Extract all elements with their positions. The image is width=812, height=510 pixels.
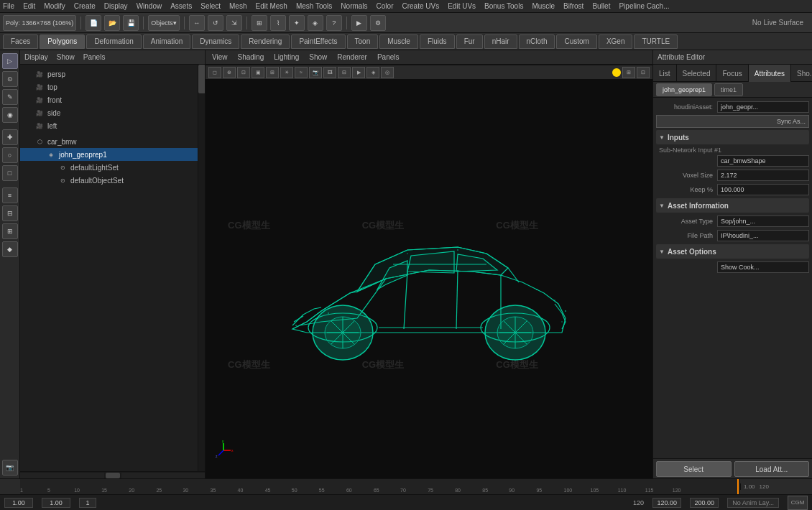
menu-select[interactable]: Select — [200, 2, 221, 10]
scene-menu-show[interactable]: Show — [57, 53, 75, 61]
tab-nhair[interactable]: nHair — [484, 34, 517, 49]
menu-edit[interactable]: Edit — [23, 2, 35, 10]
new-scene-btn[interactable]: 📄 — [86, 15, 101, 31]
top-menu-bar[interactable]: File Edit Modify Create Display Window A… — [0, 0, 812, 13]
snap-surface-btn[interactable]: ◈ — [308, 15, 323, 31]
tree-item-top[interactable]: 🎥 top — [20, 80, 198, 93]
box-tool-btn[interactable]: □ — [2, 165, 18, 181]
sculpt-tool-btn[interactable]: ◉ — [2, 107, 18, 123]
menu-window[interactable]: Window — [137, 2, 162, 10]
vp-texture-btn[interactable]: ⊞ — [266, 67, 279, 78]
load-attr-button[interactable]: Load Att... — [734, 461, 810, 477]
vp-color-btn[interactable] — [612, 68, 621, 77]
scene-menu-panels[interactable]: Panels — [83, 53, 106, 61]
tree-item-car-bmw[interactable]: ⬡ car_bmw — [20, 135, 198, 148]
vp-light-btn[interactable]: ☀ — [280, 67, 293, 78]
tree-item-persp[interactable]: 🎥 persp — [20, 68, 198, 80]
key-btn[interactable]: ◆ — [2, 241, 18, 257]
tab-animation[interactable]: Animation — [143, 34, 190, 49]
tab-fluids[interactable]: Fluids — [420, 34, 455, 49]
snap-curve-btn[interactable]: ⌇ — [270, 15, 286, 31]
rotate-btn[interactable]: ↺ — [208, 15, 223, 31]
menu-muscle[interactable]: Muscle — [532, 2, 555, 10]
vp-select-mask-btn[interactable]: ◻ — [208, 67, 221, 78]
sphere-tool-btn[interactable]: ○ — [2, 147, 18, 163]
tree-item-side[interactable]: 🎥 side — [20, 106, 198, 119]
tab-xgen[interactable]: XGen — [599, 34, 633, 49]
asset-info-section-header[interactable]: ▼ Asset Information — [656, 198, 809, 213]
vp-expand-btn[interactable]: ⊡ — [637, 67, 650, 78]
attr-tab-selected[interactable]: Selected — [677, 65, 717, 82]
attr-tab-show[interactable]: Sho... — [791, 65, 812, 82]
timeline-bar[interactable]: 1 5 10 15 20 25 30 35 40 45 50 55 60 65 … — [20, 479, 740, 494]
lasso-tool-btn[interactable]: ⊙ — [2, 71, 18, 87]
frame-end2-input[interactable] — [690, 498, 719, 508]
vp-menu-panels[interactable]: Panels — [374, 53, 403, 61]
vp-fog-btn[interactable]: ≈ — [295, 67, 308, 78]
paint-tool-btn[interactable]: ✎ — [2, 89, 18, 105]
menu-pipeline[interactable]: Pipeline Cach... — [619, 2, 669, 10]
menu-display[interactable]: Display — [104, 2, 128, 10]
menu-bullet[interactable]: Bullet — [592, 2, 610, 10]
menu-bifrost[interactable]: Bifrost — [563, 2, 583, 10]
menu-color[interactable]: Color — [377, 2, 394, 10]
timeline[interactable]: 1 5 10 15 20 25 30 35 40 45 50 55 60 65 … — [0, 478, 812, 494]
menu-normals[interactable]: Normals — [341, 2, 367, 10]
vp-hud-btn[interactable]: ⊟ — [338, 67, 351, 78]
keep-percent-value[interactable]: 100.000 — [717, 184, 809, 195]
tab-polygons[interactable]: Polygons — [40, 34, 85, 49]
menu-edit-mesh[interactable]: Edit Mesh — [255, 2, 287, 10]
tree-item-front[interactable]: 🎥 front — [20, 93, 198, 106]
attr-tab-attributes[interactable]: Attributes — [749, 65, 791, 82]
show-cook-value[interactable]: Show Cook... — [717, 261, 809, 273]
tab-painteffects[interactable]: PaintEffects — [291, 34, 345, 49]
vp-grid-btn[interactable]: ⊞ — [622, 67, 635, 78]
attr-tab-focus[interactable]: Focus — [716, 65, 748, 82]
node-tab-john-geoprep1[interactable]: john_geoprep1 — [656, 83, 712, 96]
camera-bottom-btn[interactable]: 📷 — [2, 460, 18, 476]
asset-options-section-header[interactable]: ▼ Asset Options — [656, 244, 809, 259]
layers-btn[interactable]: ≡ — [2, 187, 18, 203]
frame-end-input[interactable] — [652, 498, 681, 508]
menu-edit-uvs[interactable]: Edit UVs — [448, 2, 476, 10]
sub-input-value[interactable]: car_bmwShape — [717, 155, 809, 167]
vp-menu-view[interactable]: View — [208, 53, 231, 61]
vp-smooth-btn[interactable]: ▣ — [252, 67, 264, 78]
vp-menu-shading[interactable]: Shading — [234, 53, 268, 61]
open-scene-btn[interactable]: 📂 — [104, 15, 120, 31]
menu-mesh[interactable]: Mesh — [229, 2, 246, 10]
vp-isolate-btn[interactable]: ◎ — [381, 67, 394, 78]
status-input-1[interactable] — [4, 498, 33, 508]
snap-grid-btn[interactable]: ⊞ — [252, 15, 267, 31]
menu-modify[interactable]: Modify — [44, 2, 65, 10]
inputs-section-header[interactable]: ▼ Inputs — [656, 130, 809, 144]
menu-mesh-tools[interactable]: Mesh Tools — [296, 2, 332, 10]
tab-fur[interactable]: Fur — [456, 34, 483, 49]
node-tab-time1[interactable]: time1 — [714, 83, 743, 96]
tab-rendering[interactable]: Rendering — [241, 34, 290, 49]
tab-muscle[interactable]: Muscle — [379, 34, 418, 49]
move-btn[interactable]: ↔ — [189, 15, 205, 31]
menu-file[interactable]: File — [3, 2, 14, 10]
menu-create[interactable]: Create — [74, 2, 96, 10]
tab-custom[interactable]: Custom — [556, 34, 596, 49]
scale-btn[interactable]: ⇲ — [226, 15, 242, 31]
vp-menu-show[interactable]: Show — [305, 53, 331, 61]
tab-deformation[interactable]: Deformation — [86, 34, 141, 49]
help-btn[interactable]: ? — [326, 15, 342, 31]
status-input-2[interactable] — [42, 498, 70, 508]
render-settings-btn[interactable]: ⚙ — [370, 15, 386, 31]
save-scene-btn[interactable]: 💾 — [123, 15, 139, 31]
voxel-size-value[interactable]: 2.172 — [717, 170, 809, 181]
attr-tab-list[interactable]: List — [653, 65, 677, 82]
tree-item-default-object-set[interactable]: ⊙ defaultObjectSet — [20, 174, 198, 187]
tree-item-left[interactable]: 🎥 left — [20, 119, 198, 132]
viewport[interactable]: View Shading Lighting Show Renderer Pane… — [206, 50, 652, 478]
vp-menu-lighting[interactable]: Lighting — [270, 53, 303, 61]
sync-button[interactable]: Sync As... — [656, 115, 809, 128]
vp-wireframe-btn[interactable]: ⊡ — [237, 67, 250, 78]
vp-playblast-btn[interactable]: ▶ — [352, 67, 365, 78]
tab-faces[interactable]: Faces — [3, 34, 38, 49]
select-button[interactable]: Select — [656, 461, 732, 477]
vp-gate-btn[interactable]: ◈ — [366, 67, 379, 78]
